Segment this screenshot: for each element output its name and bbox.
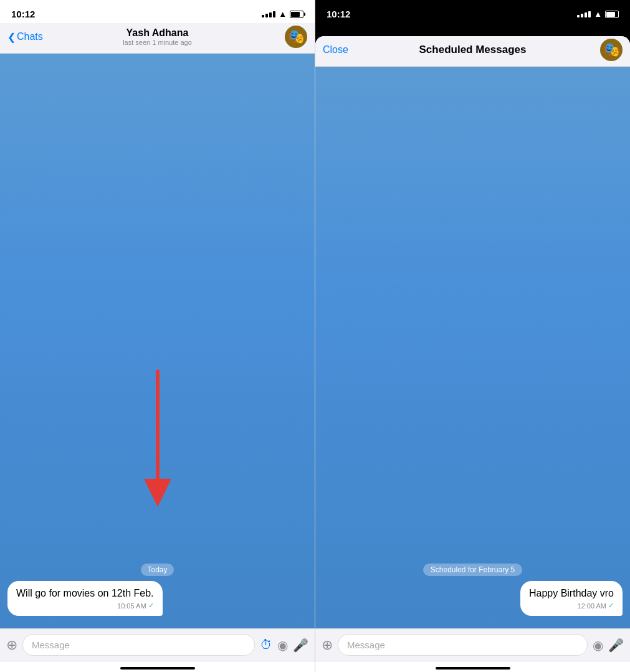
- input-right-icons-left: ⏱ ◉ 🎤: [260, 638, 308, 653]
- mic-icon-right[interactable]: 🎤: [608, 638, 624, 653]
- svg-marker-1: [144, 479, 171, 507]
- home-indicator-right: [315, 662, 630, 672]
- message-meta-left: 10:05 AM ✓: [16, 602, 154, 610]
- signal-icon-right: [577, 11, 591, 17]
- nav-bar-left: ❮ Chats Yash Adhana last seen 1 minute a…: [0, 23, 315, 54]
- signal-icon: [262, 11, 275, 17]
- input-placeholder-left: Message: [32, 640, 70, 650]
- nav-bar-right: Close Scheduled Messages 🎭: [315, 36, 630, 67]
- sheet-title: Scheduled Messages: [419, 44, 527, 56]
- message-time-right: 12:00 AM: [578, 602, 606, 610]
- message-text-right: Happy Birthday vro: [529, 587, 614, 600]
- message-row-right: Happy Birthday vro 12:00 AM ✓: [315, 581, 630, 618]
- home-indicator-left: [0, 662, 315, 672]
- message-text-left: Will go for movies on 12th Feb.: [16, 587, 154, 600]
- avatar-right[interactable]: 🎭: [600, 39, 623, 61]
- back-button[interactable]: ❮ Chats: [7, 31, 43, 43]
- avatar-left[interactable]: 🎭: [285, 26, 307, 48]
- scheduled-messages-sheet: Close Scheduled Messages 🎭 Scheduled for…: [315, 36, 630, 672]
- input-bar-left: ⊕ Message ⏱ ◉ 🎤: [0, 628, 315, 662]
- message-meta-right: 12:00 AM ✓: [529, 602, 614, 610]
- sticker-icon-left[interactable]: ◉: [277, 638, 288, 653]
- status-icons-left: ▲: [262, 9, 303, 19]
- red-arrow-icon: [133, 370, 183, 507]
- back-label: Chats: [17, 31, 43, 42]
- chat-title: Yash Adhana: [123, 27, 192, 39]
- status-bar-right: 10:12 ▲: [315, 0, 630, 24]
- scheduled-badge-text: Scheduled for February 5: [423, 564, 522, 576]
- messages-left: Today Will go for movies on 12th Feb. 10…: [0, 559, 315, 623]
- input-right-icons-right: ◉ 🎤: [593, 638, 624, 653]
- messages-right: Scheduled for February 5 Happy Birthday …: [315, 559, 630, 623]
- chat-subtitle: last seen 1 minute ago: [123, 39, 192, 46]
- attach-icon-left[interactable]: ⊕: [6, 637, 17, 653]
- message-bubble-left: Will go for movies on 12th Feb. 10:05 AM…: [7, 581, 163, 616]
- mic-icon-left[interactable]: 🎤: [293, 638, 308, 653]
- chat-area-left: Today Will go for movies on 12th Feb. 10…: [0, 54, 315, 628]
- message-input-right[interactable]: Message: [338, 634, 588, 656]
- sticker-icon-right[interactable]: ◉: [593, 638, 603, 653]
- chevron-left-icon: ❮: [7, 31, 16, 43]
- status-icons-right: ▲: [577, 9, 619, 19]
- close-button[interactable]: Close: [323, 44, 348, 55]
- status-time-right: 10:12: [327, 9, 350, 19]
- right-phone: 10:12 ▲ Close Scheduled Messages 🎭: [315, 0, 630, 672]
- battery-icon-right: [605, 11, 619, 18]
- date-badge-text: Today: [141, 564, 173, 576]
- wifi-icon-right: ▲: [594, 9, 602, 19]
- home-bar-left: [120, 667, 195, 670]
- attach-icon-right[interactable]: ⊕: [322, 637, 333, 653]
- arrow-overlay: [133, 370, 183, 509]
- chat-area-right: Scheduled for February 5 Happy Birthday …: [315, 67, 630, 628]
- scheduled-badge: Scheduled for February 5: [315, 564, 630, 576]
- nav-center-left: Yash Adhana last seen 1 minute ago: [123, 27, 192, 46]
- input-placeholder-right: Message: [347, 640, 385, 650]
- message-check-left: ✓: [148, 602, 154, 610]
- message-input-left[interactable]: Message: [22, 634, 255, 656]
- status-time-left: 10:12: [11, 9, 35, 19]
- message-bubble-right: Happy Birthday vro 12:00 AM ✓: [520, 581, 623, 616]
- left-phone: 10:12 ▲ ❮ Chats Yash Adhana last seen 1 …: [0, 0, 315, 672]
- input-bar-right: ⊕ Message ◉ 🎤: [315, 628, 630, 662]
- battery-icon: [290, 11, 303, 18]
- message-time-left: 10:05 AM: [117, 602, 146, 610]
- date-badge-left: Today: [0, 564, 315, 576]
- home-bar-right: [436, 667, 510, 670]
- status-bar-left: 10:12 ▲: [0, 0, 315, 23]
- schedule-icon-left[interactable]: ⏱: [260, 638, 272, 652]
- wifi-icon: ▲: [279, 9, 287, 19]
- message-check-right: ✓: [608, 602, 614, 610]
